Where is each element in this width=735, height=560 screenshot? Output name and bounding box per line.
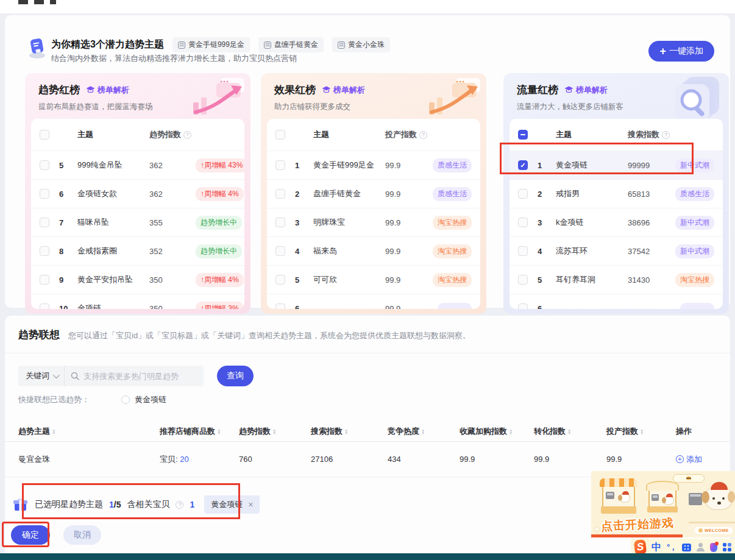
row-checkbox[interactable]: [275, 160, 285, 170]
quick-option-radio[interactable]: [121, 395, 130, 404]
col-convert-index[interactable]: 转化指数▲▼: [534, 426, 606, 437]
rank-analysis-link[interactable]: 榜单解析: [86, 85, 129, 96]
sort-icon[interactable]: ▲▼: [52, 428, 55, 434]
add-action-link[interactable]: +添加: [676, 454, 702, 465]
selected-topic-tag: 黄金项链 ×: [204, 495, 260, 514]
graduation-cap-icon: [86, 86, 95, 94]
row-checkbox[interactable]: [518, 189, 528, 199]
rank-row[interactable]: 8金戒指素圈 352趋势增长中: [31, 236, 244, 265]
col-trend-topic[interactable]: 趋势主题▲▼: [18, 426, 160, 437]
recommend-tag-2[interactable]: 回盘缠手链黄金: [258, 37, 324, 52]
rank-row[interactable]: 4福来岛 99.9淘宝热搜: [267, 236, 480, 265]
graduation-cap-icon: [564, 86, 573, 94]
row-checkbox[interactable]: [40, 246, 49, 256]
rank-row[interactable]: 5耳钉养耳洞 31430淘宝热搜: [510, 265, 723, 294]
sort-icon[interactable]: ▲▼: [217, 428, 221, 434]
add-all-button[interactable]: + 一键添加: [648, 41, 714, 62]
ime-lang-toggle[interactable]: 中: [652, 541, 661, 554]
row-checkbox[interactable]: [275, 218, 285, 227]
ime-punctuation-toggle[interactable]: °，: [667, 542, 676, 553]
rank-analysis-link[interactable]: 榜单解析: [564, 85, 608, 96]
graduation-cap-icon: [322, 86, 331, 94]
row-checkbox[interactable]: [40, 275, 49, 285]
rank-row[interactable]: 6 99.9: [267, 294, 480, 309]
col-favcart-index[interactable]: 收藏加购指数▲▼: [460, 426, 534, 437]
sort-icon[interactable]: ▲▼: [344, 428, 348, 434]
rank-row-selected[interactable]: ✓ 1黄金项链 99999新中式潮: [510, 151, 723, 179]
sort-icon[interactable]: ▲▼: [567, 428, 571, 434]
banner-bottom-strip: [591, 534, 683, 537]
apps-grid-icon[interactable]: [723, 543, 731, 552]
game-banner[interactable]: WELCOME ✦ 点击开始游戏: [591, 471, 735, 537]
col-compete-heat[interactable]: 竞争热度▲▼: [388, 426, 460, 437]
col-roi-index[interactable]: 投产指数▲▼: [606, 426, 676, 437]
rank-row[interactable]: 9黄金平安扣吊坠 350↑周增幅 4%: [31, 265, 244, 294]
row-checkbox[interactable]: [275, 246, 285, 256]
help-icon[interactable]: ?: [662, 131, 670, 139]
user-icon[interactable]: [697, 543, 705, 551]
row-checkbox[interactable]: [518, 275, 528, 285]
rank-row[interactable]: 3k金项链 38696新中式潮: [510, 208, 723, 236]
help-icon[interactable]: ?: [419, 131, 427, 139]
rank-row[interactable]: 5可可欣 99.9淘宝热搜: [267, 265, 480, 294]
rank-row[interactable]: 1黄金手链999足金 99.9质感生活: [267, 151, 480, 179]
search-box[interactable]: [65, 366, 204, 386]
select-all-checkbox[interactable]: [518, 130, 528, 140]
rank-row[interactable]: 3明牌珠宝 99.9淘宝热搜: [267, 208, 480, 236]
rank-row[interactable]: 2盘缠手链黄金 99.9质感生活: [267, 179, 480, 208]
recommend-panel: 为你精选3个潜力趋势主题 回黄金手链999足金 回盘缠手链黄金 回黄金小金珠 结…: [5, 15, 730, 308]
row-checkbox[interactable]: [275, 303, 285, 309]
rank-row[interactable]: 6金项链女款 362↑周增幅 4%: [31, 179, 244, 208]
search-input[interactable]: [83, 372, 197, 381]
theme-badge: 质感生活: [675, 187, 714, 201]
row-checkbox[interactable]: [518, 218, 528, 227]
rank-analysis-link[interactable]: 榜单解析: [322, 85, 365, 96]
selected-count: 1: [109, 500, 114, 509]
items-count-link[interactable]: 20: [180, 455, 188, 464]
sort-icon[interactable]: ▲▼: [272, 428, 276, 434]
dog-vendor: [619, 493, 630, 503]
recommend-tag-3[interactable]: 回黄金小金珠: [332, 37, 390, 52]
row-checkbox[interactable]: [40, 160, 49, 170]
row-checkbox[interactable]: ✓: [518, 160, 528, 170]
star-icon: ✦: [594, 525, 600, 534]
select-all-checkbox[interactable]: [40, 130, 49, 140]
rank-row[interactable]: 6: [510, 294, 723, 309]
trend-rank-card: 趋势红榜 榜单解析 提前布局新趋赛道，把握蓝海赛场: [25, 73, 250, 314]
rank-row[interactable]: 7猫咪吊坠 355趋势增长中: [31, 208, 244, 236]
rank-row[interactable]: 10金项链 350↑周增幅 3%: [31, 294, 244, 309]
row-checkbox[interactable]: [40, 218, 49, 227]
skin-icon[interactable]: [710, 543, 717, 552]
keyboard-icon[interactable]: [682, 544, 691, 551]
top-strip: [0, 0, 735, 13]
recommend-tag-1[interactable]: 回黄金手链999足金: [172, 37, 250, 52]
rank-row[interactable]: 5999纯金吊坠 362↑周增幅 43%: [31, 151, 244, 179]
remove-tag-icon[interactable]: ×: [248, 500, 253, 509]
rank-row[interactable]: 4流苏耳环 37542新中式潮: [510, 236, 723, 265]
effect-rank-card: 效果红榜 榜单解析 助力店铺获得更多成交: [261, 73, 486, 314]
row-checkbox[interactable]: [275, 189, 285, 199]
row-checkbox[interactable]: [40, 189, 49, 199]
trend-tag-icon: 回: [338, 41, 345, 49]
row-checkbox[interactable]: [275, 275, 285, 285]
filter-type-select[interactable]: 关键词: [18, 366, 65, 386]
row-checkbox[interactable]: [40, 303, 49, 309]
play-game-text[interactable]: 点击开始游戏: [600, 515, 674, 534]
confirm-button[interactable]: 确定: [11, 525, 50, 545]
cancel-button[interactable]: 取消: [63, 525, 101, 545]
row-checkbox[interactable]: [518, 246, 528, 256]
col-shop-items[interactable]: 推荐店铺商品数▲▼: [160, 426, 239, 437]
rank-row[interactable]: 2戒指男 65813质感生活: [510, 179, 723, 208]
row-checkbox[interactable]: [518, 303, 528, 309]
theme-badge: 新中式潮: [675, 244, 714, 258]
query-button[interactable]: 查询: [217, 366, 254, 386]
sort-icon[interactable]: ▲▼: [640, 428, 644, 434]
sort-icon[interactable]: ▲▼: [421, 428, 425, 434]
select-all-checkbox[interactable]: [275, 130, 285, 140]
col-search-index[interactable]: 搜索指数▲▼: [311, 426, 388, 437]
sort-icon[interactable]: ▲▼: [509, 428, 513, 434]
help-icon[interactable]: ?: [183, 131, 191, 139]
help-icon[interactable]: ?: [176, 501, 183, 509]
col-trend-index[interactable]: 趋势指数▲▼: [239, 426, 311, 437]
theme-badge: [680, 303, 714, 310]
